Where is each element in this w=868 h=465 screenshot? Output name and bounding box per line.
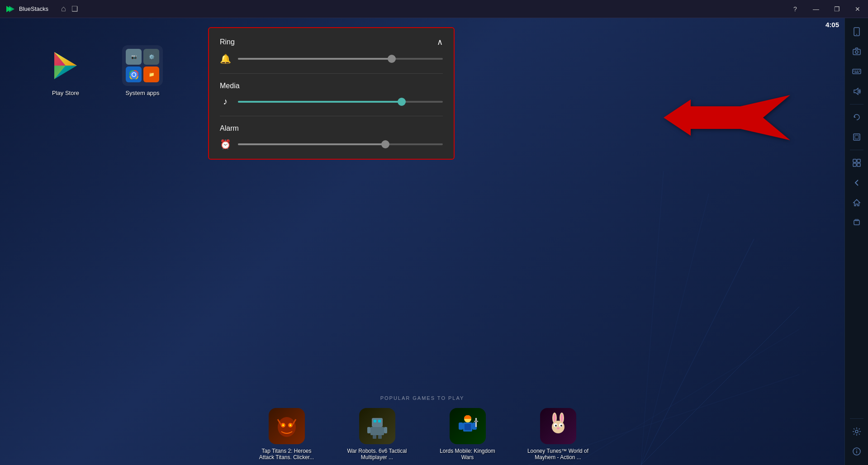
divider-1 (220, 73, 443, 74)
media-slider-thumb[interactable] (398, 98, 406, 106)
svg-rect-27 (367, 427, 370, 433)
popular-games-label: POPULAR GAMES TO PLAY (0, 395, 844, 401)
volume-popup: Ring ∧ 🔔 Media ♪ (208, 27, 455, 160)
alarm-header: Alarm (220, 124, 443, 133)
system-apps-icon[interactable]: 📷 ⚙️ 📁 (122, 45, 163, 96)
copy-nav-button[interactable]: ❑ (71, 5, 78, 13)
sidebar-info-icon[interactable] (848, 442, 866, 460)
svg-rect-17 (691, 106, 763, 129)
sidebar-phone-icon[interactable] (848, 23, 866, 41)
right-sidebar (844, 18, 868, 465)
alarm-slider-row: ⏰ (220, 139, 443, 150)
titlebar-nav: ⌂ ❑ (61, 4, 78, 14)
sidebar-keyboard-icon[interactable] (848, 62, 866, 81)
games-row: Tap Titans 2: Heroes Attack Titans. Clic… (0, 408, 844, 460)
game-looney-tunes[interactable]: Looney Tunes™ World of Mayhem - Action .… (526, 408, 590, 460)
alarm-slider-thumb[interactable] (381, 140, 389, 148)
popular-games-section: POPULAR GAMES TO PLAY (0, 386, 844, 465)
svg-rect-37 (474, 421, 478, 422)
svg-point-51 (855, 51, 858, 53)
svg-rect-53 (854, 71, 854, 71)
sidebar-divider-2 (850, 150, 863, 150)
android-screen: 4:05 (0, 18, 844, 465)
status-bar: 4:05 (820, 18, 844, 31)
sidebar-app-icon[interactable] (848, 154, 866, 172)
ring-header: Ring ∧ (220, 37, 443, 47)
game-war-robots[interactable]: War Robots. 6v6 Tactical Multiplayer ... (346, 408, 409, 460)
looney-tunes-svg (545, 413, 572, 440)
game-lords-mobile[interactable]: Lords Mobile: Kingdom Wars (436, 408, 499, 460)
sidebar-home-icon[interactable] (848, 194, 866, 212)
help-button[interactable]: ? (785, 0, 806, 18)
svg-rect-33 (465, 424, 471, 430)
media-slider-fill (238, 101, 402, 103)
looney-tunes-icon (540, 408, 576, 444)
ring-slider-thumb[interactable] (388, 55, 396, 63)
sidebar-divider-1 (850, 104, 863, 104)
time-display: 4:05 (825, 21, 839, 28)
svg-point-42 (560, 425, 562, 427)
sidebar-volume-icon[interactable] (848, 82, 866, 100)
svg-point-69 (855, 430, 858, 433)
sidebar-recents-icon[interactable] (848, 214, 866, 232)
alarm-label: Alarm (220, 124, 239, 133)
bell-icon: 🔔 (220, 53, 231, 64)
play-store-label: Play Store (52, 90, 79, 96)
apps-area: Play Store 📷 ⚙️ (45, 45, 163, 96)
looney-tunes-label: Looney Tunes™ World of Mayhem - Action .… (526, 448, 590, 460)
svg-point-43 (557, 427, 560, 429)
alarm-clock-icon: ⏰ (220, 139, 231, 150)
home-nav-button[interactable]: ⌂ (61, 4, 66, 14)
camera-mini-icon: 📷 (126, 49, 142, 65)
ring-slider-fill (238, 58, 392, 60)
alarm-slider-track[interactable] (238, 143, 443, 145)
restore-button[interactable]: ❐ (826, 0, 847, 18)
lords-mobile-svg (454, 413, 481, 440)
media-slider-row: ♪ (220, 96, 443, 107)
svg-point-49 (856, 34, 857, 35)
red-arrow-indicator (664, 90, 790, 147)
svg-marker-1 (9, 6, 14, 12)
sidebar-back-icon[interactable] (848, 174, 866, 192)
media-slider-track[interactable] (238, 101, 443, 103)
titlebar-title: BlueStacks (19, 5, 48, 12)
war-robots-svg (364, 413, 391, 440)
red-arrow-svg (664, 90, 790, 145)
lords-mobile-label: Lords Mobile: Kingdom Wars (436, 448, 499, 460)
sidebar-settings-icon[interactable] (848, 422, 866, 441)
svg-point-47 (560, 414, 563, 422)
svg-point-21 (282, 424, 284, 426)
ring-chevron[interactable]: ∧ (437, 37, 443, 47)
close-button[interactable]: ✕ (847, 0, 868, 18)
chrome-mini-icon (126, 66, 142, 82)
system-apps-folder: 📷 ⚙️ 📁 (122, 45, 163, 86)
svg-rect-24 (374, 420, 376, 422)
alarm-section: Alarm ⏰ (220, 124, 443, 150)
play-store-app-icon[interactable]: Play Store (45, 45, 86, 96)
minimize-button[interactable]: — (806, 0, 826, 18)
svg-rect-36 (475, 418, 477, 427)
svg-rect-56 (859, 71, 860, 71)
svg-rect-57 (854, 72, 859, 73)
media-label: Media (220, 82, 240, 90)
svg-rect-29 (373, 435, 376, 439)
svg-rect-28 (384, 427, 387, 433)
bluestacks-logo-icon (5, 4, 15, 14)
main-area: 4:05 (0, 18, 868, 465)
svg-marker-58 (854, 88, 858, 95)
ring-slider-track[interactable] (238, 58, 443, 60)
game-tap-titans[interactable]: Tap Titans 2: Heroes Attack Titans. Clic… (255, 408, 318, 460)
svg-point-22 (289, 424, 291, 426)
alarm-slider-fill (238, 143, 385, 145)
sidebar-divider-3 (850, 418, 863, 419)
svg-marker-59 (854, 115, 856, 118)
sidebar-rotate-icon[interactable] (848, 108, 866, 126)
svg-rect-34 (459, 422, 463, 430)
svg-rect-54 (855, 71, 856, 71)
sidebar-camera-icon[interactable] (848, 43, 866, 61)
svg-rect-60 (854, 134, 860, 140)
svg-marker-16 (664, 100, 691, 136)
tap-titans-icon (269, 408, 305, 444)
svg-rect-55 (857, 71, 858, 71)
sidebar-screenshot-icon[interactable] (848, 128, 866, 146)
